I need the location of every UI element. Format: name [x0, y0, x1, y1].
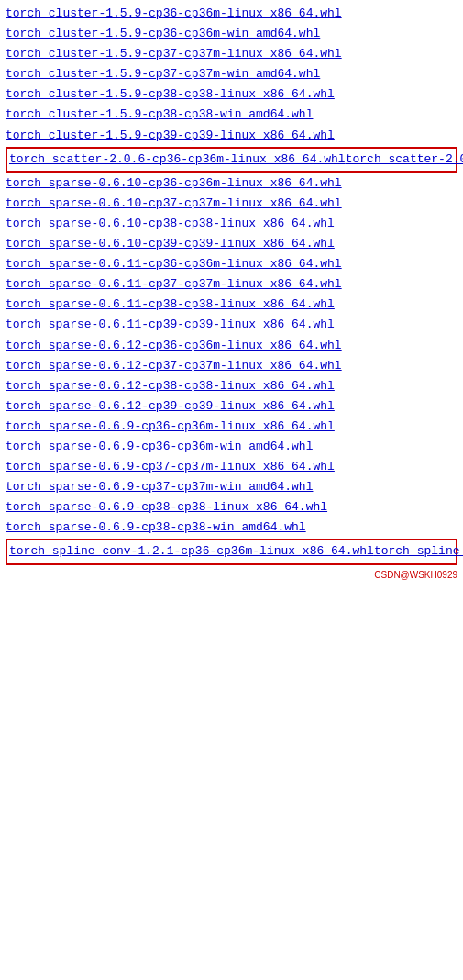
file-link[interactable]: torch_sparse-0.6.10-cp39-cp39-linux_x86_…	[6, 234, 457, 254]
file-link[interactable]: torch_cluster-1.5.9-cp36-cp36m-linux_x86…	[6, 4, 457, 24]
file-link[interactable]: torch_spline_conv-1.2.1-cp36-cp36m-win_a…	[374, 544, 463, 558]
file-link[interactable]: torch_sparse-0.6.11-cp38-cp38-linux_x86_…	[6, 295, 457, 315]
file-link[interactable]: torch_sparse-0.6.9-cp37-cp37m-linux_x86_…	[6, 457, 457, 477]
file-link[interactable]: torch_cluster-1.5.9-cp36-cp36m-win_amd64…	[6, 24, 457, 44]
file-link[interactable]: torch_sparse-0.6.9-cp37-cp37m-win_amd64.…	[6, 477, 457, 497]
file-link[interactable]: torch_cluster-1.5.9-cp37-cp37m-win_amd64…	[6, 64, 457, 84]
file-link[interactable]: torch_sparse-0.6.10-cp36-cp36m-linux_x86…	[6, 173, 457, 194]
file-link[interactable]: torch_scatter-2.0.6-cp36-cp36m-win_amd64…	[346, 152, 463, 166]
file-link[interactable]: torch_cluster-1.5.9-cp38-cp38-linux_x86_…	[6, 84, 457, 105]
file-link[interactable]: torch_sparse-0.6.12-cp36-cp36m-linux_x86…	[6, 336, 457, 356]
file-link[interactable]: torch_sparse-0.6.9-cp36-cp36m-linux_x86_…	[6, 417, 457, 437]
file-link[interactable]: torch_sparse-0.6.9-cp38-cp38-linux_x86_6…	[6, 497, 457, 518]
file-link[interactable]: torch_sparse-0.6.9-cp36-cp36m-win_amd64.…	[6, 437, 457, 457]
file-link[interactable]: torch_sparse-0.6.9-cp38-cp38-win_amd64.w…	[6, 518, 457, 538]
section-box-torch_spline_conv_boxed: torch_spline_conv-1.2.1-cp36-cp36m-linux…	[6, 539, 457, 564]
file-link[interactable]: torch_cluster-1.5.9-cp38-cp38-win_amd64.…	[6, 105, 457, 125]
section-box-torch_scatter_boxed: torch_scatter-2.0.6-cp36-cp36m-linux_x86…	[6, 147, 457, 173]
file-link[interactable]: torch_sparse-0.6.10-cp38-cp38-linux_x86_…	[6, 214, 457, 234]
file-link[interactable]: torch_sparse-0.6.11-cp37-cp37m-linux_x86…	[6, 274, 457, 295]
file-link[interactable]: torch_sparse-0.6.11-cp36-cp36m-linux_x86…	[6, 254, 457, 274]
file-link[interactable]: torch_cluster-1.5.9-cp37-cp37m-linux_x86…	[6, 44, 457, 64]
file-link[interactable]: torch_spline_conv-1.2.1-cp36-cp36m-linux…	[9, 544, 374, 558]
csdn-badge: CSDN@WSKH0929	[374, 568, 457, 580]
file-link[interactable]: torch_scatter-2.0.6-cp36-cp36m-linux_x86…	[9, 152, 346, 166]
file-link[interactable]: torch_sparse-0.6.12-cp39-cp39-linux_x86_…	[6, 396, 457, 417]
file-link[interactable]: torch_sparse-0.6.12-cp37-cp37m-linux_x86…	[6, 356, 457, 376]
file-link[interactable]: torch_sparse-0.6.10-cp37-cp37m-linux_x86…	[6, 194, 457, 214]
file-link[interactable]: torch_sparse-0.6.12-cp38-cp38-linux_x86_…	[6, 376, 457, 396]
file-link[interactable]: torch_cluster-1.5.9-cp39-cp39-linux_x86_…	[6, 126, 457, 146]
file-list: torch_cluster-1.5.9-cp36-cp36m-linux_x86…	[6, 4, 457, 582]
csdn-footer: CSDN@WSKH0929	[6, 566, 457, 582]
file-link[interactable]: torch_sparse-0.6.11-cp39-cp39-linux_x86_…	[6, 315, 457, 335]
